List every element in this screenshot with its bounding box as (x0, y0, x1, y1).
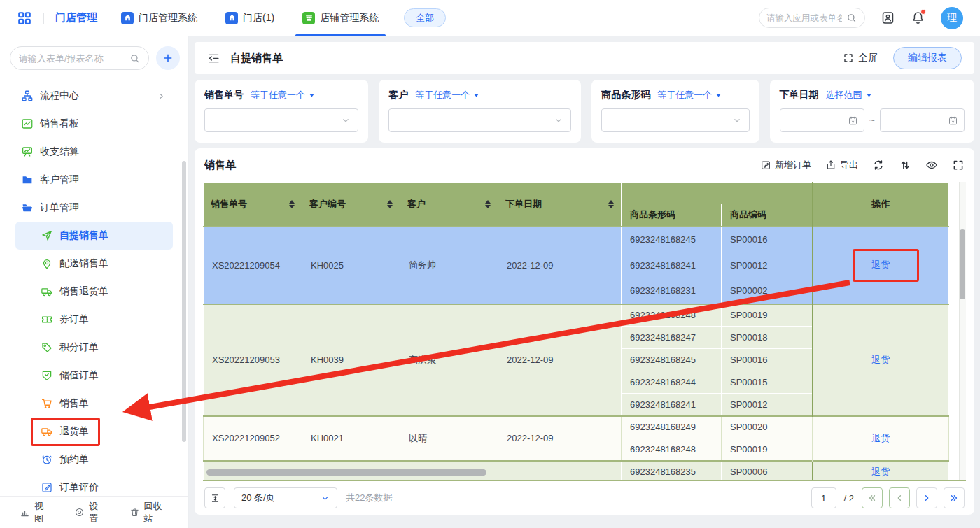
global-search[interactable] (759, 8, 865, 28)
cell-barcode: 6923248168247 (622, 327, 722, 349)
divider (43, 13, 44, 24)
page-header: 自提销售单 全屏 编辑报表 (195, 42, 974, 74)
return-goods-link[interactable]: 退货 (872, 355, 890, 365)
sidebar-item-8[interactable]: 券订单 (0, 306, 188, 334)
app-tab-2[interactable]: 店铺管理系统 (302, 0, 379, 36)
edit-report-button[interactable]: 编辑报表 (893, 47, 962, 69)
add-order-button[interactable]: 新增订单 (760, 159, 811, 171)
angle-double-left-icon (867, 493, 877, 503)
sidebar-item-0[interactable]: 流程中心 (0, 82, 188, 110)
fullscreen-button[interactable]: 全屏 (843, 52, 878, 64)
filter-operator[interactable]: 等于任意一个 (657, 89, 722, 101)
cell-product-code: SP00018 (722, 327, 813, 349)
sidebar-footer-2[interactable]: 回收站 (130, 500, 169, 525)
return-goods-link[interactable]: 退货 (872, 466, 890, 477)
sort-caret-icon[interactable] (289, 200, 295, 208)
sidebar-item-4[interactable]: 订单管理 (0, 194, 188, 222)
cell-barcode: 6923248168249 (622, 416, 722, 438)
return-goods-link[interactable]: 退货 (872, 433, 890, 443)
sub-column-header-0[interactable]: 商品条形码 (622, 204, 722, 227)
bell-icon[interactable] (911, 10, 925, 25)
cell-order-no: XS20221209053 (204, 304, 302, 416)
global-search-input[interactable] (766, 13, 842, 23)
filter-operator[interactable]: 等于任意一个 (415, 89, 480, 101)
sidebar-search-input[interactable] (19, 53, 117, 64)
sidebar-item-6[interactable]: 配送销售单 (0, 250, 188, 278)
row-height-button[interactable] (204, 487, 225, 508)
app-tab-0[interactable]: 门店管理系统 (121, 0, 197, 36)
cell-customer: 以晴 (400, 416, 498, 461)
contacts-icon[interactable] (881, 10, 895, 25)
filter-operator[interactable]: 等于任意一个 (251, 89, 316, 101)
search-icon (846, 13, 857, 23)
column-header-3[interactable]: 下单日期 (498, 183, 622, 227)
sidebar-item-7[interactable]: 销售退货单 (0, 278, 188, 306)
prev-page-button[interactable] (889, 487, 910, 508)
page-number-input[interactable] (811, 487, 836, 508)
sidebar-item-label: 积分订单 (59, 341, 99, 354)
visibility-icon[interactable] (925, 159, 938, 171)
cell-product-code: SP00006 (722, 461, 813, 482)
cell-action: 退货 (813, 461, 949, 482)
filter-select[interactable] (204, 108, 358, 132)
filter-operator[interactable]: 选择范围 (826, 89, 873, 101)
footer-label: 回收站 (144, 500, 169, 525)
workspace-title[interactable]: 门店管理 (55, 11, 97, 24)
main-content: 自提销售单 全屏 编辑报表 销售单号等于任意一个客户等于任意一个商品条形码等于任… (189, 36, 980, 528)
vertical-scrollbar-thumb[interactable] (960, 229, 965, 299)
cart-icon (41, 397, 53, 410)
collapse-sidebar-icon[interactable] (207, 52, 220, 65)
sidebar-item-5[interactable]: 自提销售单 (15, 222, 173, 250)
all-apps-button[interactable]: 全部 (404, 8, 446, 27)
sidebar-footer-1[interactable]: 设置 (74, 500, 105, 525)
sidebar-item-3[interactable]: 客户管理 (0, 166, 188, 194)
add-form-button[interactable] (156, 46, 180, 70)
trash-icon (130, 507, 140, 518)
sidebar-menu: 流程中心销售看板收支结算客户管理订单管理自提销售单配送销售单销售退货单券订单积分… (0, 82, 188, 501)
avatar[interactable]: 理 (941, 7, 963, 29)
horizontal-scrollbar-thumb[interactable] (206, 469, 486, 476)
column-header-2[interactable]: 客户 (400, 183, 498, 227)
filter-operator-label: 等于任意一个 (251, 89, 305, 101)
app-grid-icon[interactable] (17, 10, 32, 26)
next-page-button[interactable] (916, 487, 937, 508)
last-page-button[interactable] (944, 487, 965, 508)
date-end-input[interactable] (880, 108, 965, 132)
sort-caret-icon[interactable] (387, 200, 393, 208)
table-row: XS20221209053KH0039高洪泉2022-12-0969232481… (204, 304, 949, 327)
return-goods-link[interactable]: 退货 (872, 259, 890, 270)
filter-select[interactable] (388, 108, 571, 132)
sort-caret-icon[interactable] (608, 200, 614, 208)
sidebar-scrollbar[interactable] (182, 161, 186, 442)
sidebar-item-1[interactable]: 销售看板 (0, 110, 188, 138)
page-size-select[interactable]: 20 条/页 (234, 487, 337, 508)
column-header-1[interactable]: 客户编号 (302, 183, 400, 227)
sidebar-item-13[interactable]: 预约单 (0, 445, 188, 473)
tag-icon (41, 341, 53, 354)
filter-select[interactable] (601, 108, 749, 132)
export-button[interactable]: 导出 (825, 159, 858, 171)
date-start-input[interactable] (780, 108, 864, 132)
sort-icon[interactable] (899, 159, 911, 171)
page-title: 自提销售单 (230, 52, 283, 65)
sidebar-item-12[interactable]: 退货单 (0, 418, 188, 445)
column-header-0[interactable]: 销售单号 (204, 183, 302, 227)
app-tab-1[interactable]: 门店(1) (225, 0, 274, 36)
sub-column-header-1[interactable]: 商品编码 (722, 204, 813, 227)
first-page-button[interactable] (862, 487, 883, 508)
sidebar-item-10[interactable]: 储值订单 (0, 362, 188, 390)
bar-chart-icon (20, 507, 30, 518)
group-column-header (622, 183, 813, 204)
sidebar-item-label: 销售看板 (40, 117, 79, 130)
topbar: 门店管理 门店管理系统门店(1)店铺管理系统 全部 理 (0, 0, 980, 36)
sidebar-item-2[interactable]: 收支结算 (0, 138, 188, 166)
sort-caret-icon[interactable] (485, 200, 491, 208)
sidebar-item-11[interactable]: 销售单 (0, 390, 188, 418)
sidebar-search[interactable] (10, 46, 149, 70)
sidebar-footer-0[interactable]: 视图 (20, 500, 50, 525)
calendar-icon (948, 115, 958, 126)
refresh-icon[interactable] (872, 159, 885, 171)
vertical-scrollbar-track[interactable] (959, 182, 966, 480)
sidebar-item-9[interactable]: 积分订单 (0, 334, 188, 362)
table-fullscreen-icon[interactable] (952, 159, 965, 171)
